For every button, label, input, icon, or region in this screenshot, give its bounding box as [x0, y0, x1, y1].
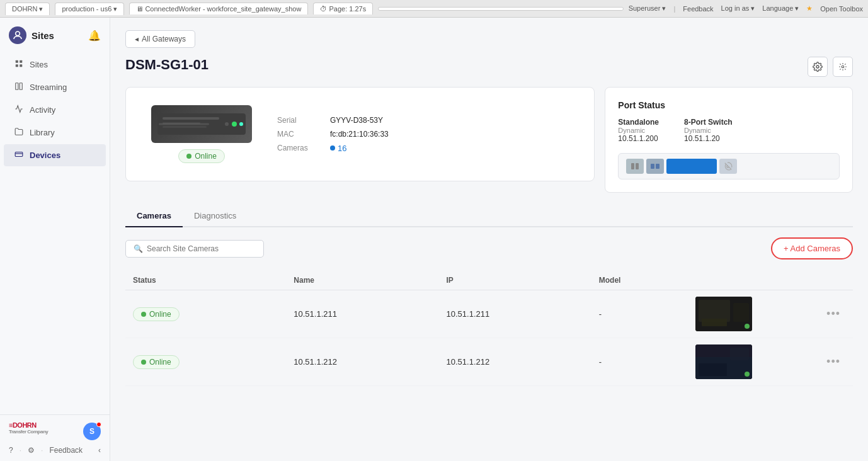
gear-icon-btn[interactable] — [833, 57, 853, 77]
tabs-row: Cameras Diagnostics — [125, 205, 853, 227]
device-settings-icon-btn[interactable] — [808, 57, 828, 77]
superuser-menu[interactable]: Superuser ▾ — [629, 4, 666, 13]
svg-rect-2 — [20, 60, 22, 63]
sidebar-footer: ≡DOHRN Transfer Company S ? · ⚙ · Feedba… — [0, 414, 110, 461]
row1-more-button[interactable]: ••• — [821, 305, 845, 322]
row2-model: - — [591, 338, 688, 386]
browser-tab-dohrn[interactable]: DOHRN ▾ — [5, 3, 50, 15]
sidebar-item-library-label: Library — [30, 128, 55, 137]
svg-point-9 — [842, 65, 844, 68]
col-actions — [688, 271, 814, 290]
sidebar-item-library[interactable]: Library — [4, 122, 106, 144]
row1-thumb-cell — [688, 290, 814, 338]
svg-rect-16 — [631, 163, 634, 169]
table-row: Online 10.51.1.211 10.51.1.211 - — [125, 290, 853, 338]
header-icon-actions — [808, 57, 853, 77]
add-cameras-button[interactable]: + Add Cameras — [771, 237, 853, 259]
device-online-badge: Online — [178, 149, 225, 163]
cameras-row: Cameras 16 — [277, 144, 389, 153]
device-details: Serial GYYV-D38-53Y MAC fc:db:21:10:36:3… — [277, 100, 389, 168]
dohrn-logo-area: ≡DOHRN Transfer Company — [9, 421, 48, 435]
svg-rect-23 — [733, 303, 749, 322]
serial-label: Serial — [277, 116, 328, 125]
port-item-0 — [626, 159, 644, 174]
search-icon: 🔍 — [134, 244, 143, 253]
standalone-type: Dynamic — [618, 127, 659, 134]
row2-more-button[interactable]: ••• — [821, 353, 845, 370]
sidebar-footer-actions: ? · ⚙ · Feedback ‹ — [9, 446, 101, 455]
port-item-2 — [719, 159, 737, 174]
switch-ip: 10.51.1.20 — [684, 134, 733, 143]
cameras-value: 16 — [330, 144, 389, 153]
sites-logo-icon — [9, 26, 26, 44]
open-toolbox-btn[interactable]: Open Toolbox — [820, 5, 863, 13]
svg-rect-21 — [699, 300, 730, 322]
svg-point-0 — [16, 31, 20, 36]
row1-model: - — [591, 290, 688, 338]
play-icon — [14, 82, 24, 93]
device-info-row: Online Serial GYYV-D38-53Y MAC fc:db:21:… — [125, 87, 853, 193]
bell-icon[interactable]: 🔔 — [88, 30, 101, 42]
row2-status: Online — [125, 338, 286, 386]
tab-cameras[interactable]: Cameras — [125, 205, 183, 227]
language-menu[interactable]: Language ▾ — [762, 4, 799, 13]
sidebar-collapse-btn[interactable]: ‹ — [98, 446, 101, 455]
folder-icon — [14, 127, 24, 138]
star-icon[interactable]: ★ — [806, 4, 813, 13]
table-header-row: Status Name IP Model — [125, 271, 853, 290]
mac-value: fc:db:21:10:36:33 — [330, 130, 389, 139]
port-status-title: Port Status — [618, 100, 840, 110]
sidebar-item-activity[interactable]: Activity — [4, 99, 106, 121]
settings-icon[interactable]: ⚙ — [28, 446, 35, 455]
device-image-area: Online — [139, 100, 265, 168]
svg-rect-6 — [20, 83, 22, 90]
search-cameras-input[interactable] — [147, 244, 256, 253]
sidebar-item-sites[interactable]: Sites — [4, 54, 106, 76]
row1-more-cell: ••• — [814, 290, 853, 338]
browser-url-bar[interactable] — [378, 7, 623, 11]
sidebar-item-streaming[interactable]: Streaming — [4, 76, 106, 98]
standalone-col: Standalone Dynamic 10.51.1.200 — [618, 118, 659, 143]
browser-tab-production[interactable]: production - us6 ▾ — [55, 3, 124, 15]
page-title: DSM-SG1-01 — [125, 57, 208, 73]
cameras-table: Status Name IP Model Online — [125, 271, 853, 386]
mac-label: MAC — [277, 130, 328, 139]
sidebar-nav: Sites Streaming Activity — [0, 50, 110, 414]
browser-actions: Superuser ▾ | Feedback Log in as ▾ Langu… — [629, 4, 863, 13]
col-more — [814, 271, 853, 290]
row1-ip: 10.51.1.211 — [439, 290, 591, 338]
table-row: Online 10.51.1.212 10.51.1.212 - — [125, 338, 853, 386]
browser-tab-connected-worker[interactable]: 🖥 ConnectedWorker - workforce_site_gatew… — [129, 3, 308, 14]
device-icon — [14, 150, 24, 161]
help-btn[interactable]: ? — [9, 446, 13, 455]
footer-feedback-link[interactable]: Feedback — [49, 446, 83, 455]
col-ip: IP — [439, 271, 591, 290]
row1-name: 10.51.1.211 — [286, 290, 438, 338]
sidebar-item-devices-label: Devices — [30, 151, 60, 160]
svg-rect-11 — [163, 117, 219, 120]
row1-camera-thumbnail — [695, 297, 752, 331]
svg-rect-18 — [651, 164, 654, 169]
tab-diagnostics[interactable]: Diagnostics — [183, 205, 248, 227]
svg-rect-3 — [16, 64, 18, 67]
device-info-card: Online Serial GYYV-D38-53Y MAC fc:db:21:… — [125, 87, 595, 181]
svg-point-8 — [816, 65, 819, 68]
user-avatar[interactable]: S — [83, 423, 101, 440]
switch-type: Dynamic — [684, 127, 733, 134]
port-status-columns: Standalone Dynamic 10.51.1.200 8-Port Sw… — [618, 118, 840, 143]
port-item-1 — [646, 159, 664, 174]
row1-status: Online — [125, 290, 286, 338]
row2-camera-thumbnail — [695, 344, 752, 379]
row2-online-badge: Online — [133, 355, 180, 369]
sidebar-item-devices[interactable]: Devices — [4, 144, 106, 166]
browser-tab-page-time[interactable]: ⏱ Page: 1.27s — [313, 3, 373, 14]
sidebar-header: Sites 🔔 — [0, 18, 110, 50]
feedback-link[interactable]: Feedback — [683, 5, 713, 13]
login-menu[interactable]: Log in as ▾ — [721, 4, 755, 13]
back-arrow-icon: ◂ — [135, 35, 139, 43]
search-cameras-box[interactable]: 🔍 — [125, 240, 264, 258]
back-to-gateways-btn[interactable]: ◂ All Gateways — [125, 30, 195, 48]
switch-label: 8-Port Switch — [684, 118, 733, 127]
grid-icon — [14, 59, 24, 70]
svg-rect-27 — [699, 363, 727, 376]
